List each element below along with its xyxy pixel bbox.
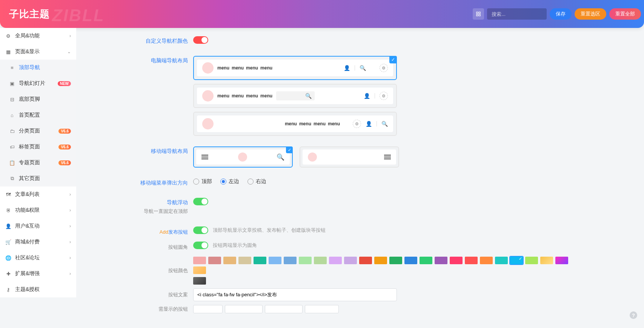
sidebar-item-global[interactable]: ⚙全局&功能› (0, 28, 76, 44)
user-icon: 👤 (366, 121, 372, 127)
mobile-nav-layout-label: 移动端导航布局 (88, 146, 193, 168)
display-btn-box[interactable] (265, 305, 303, 313)
header: 子比主题 ZIBLL 保存 重置选区 重置全部 (0, 0, 644, 28)
shield-icon: ⛨ (5, 208, 11, 213)
color-swatch[interactable] (254, 257, 266, 264)
expand-icon-button[interactable] (473, 8, 484, 20)
save-button[interactable]: 保存 (550, 8, 572, 20)
color-swatch[interactable] (269, 257, 281, 264)
btn-text-input[interactable] (193, 288, 397, 301)
color-swatch[interactable] (404, 257, 417, 264)
display-btn-options (193, 305, 339, 313)
chevron-right-icon: › (69, 208, 71, 213)
sidebar-item-footer[interactable]: ⊟底部页脚 (0, 91, 76, 107)
version-badge: V6.6 (58, 160, 71, 165)
color-swatch[interactable] (344, 257, 357, 264)
color-swatch[interactable] (223, 257, 236, 264)
radio-left[interactable]: 左边 (220, 178, 239, 185)
sidebar-item-community[interactable]: 🌐社区&论坛› (0, 250, 76, 266)
globe-icon: 🌐 (5, 255, 11, 261)
sidebar-item-slideshow[interactable]: ▣导航幻灯片NEW (0, 75, 76, 91)
btn-rounded-hint: 按钮两端显示为圆角 (213, 242, 257, 249)
display-btn-box[interactable] (305, 305, 339, 313)
color-swatch[interactable] (374, 257, 387, 264)
color-swatch[interactable] (495, 257, 508, 264)
pc-layout-option-2[interactable]: menumenumenumenu 🔍 👤⚙ (193, 84, 397, 108)
color-swatch[interactable] (510, 257, 523, 264)
nav-float-switch[interactable] (193, 198, 208, 205)
sidebar-item-extensions[interactable]: ✚扩展&增强› (0, 266, 76, 282)
color-swatch[interactable] (208, 257, 221, 264)
color-swatch[interactable] (450, 257, 463, 264)
sidebar-item-articles[interactable]: 🗺文章&列表› (0, 186, 76, 202)
new-badge: NEW (58, 81, 71, 86)
add-publish-switch[interactable] (193, 226, 208, 234)
reset-section-button[interactable]: 重置选区 (575, 8, 606, 20)
puzzle-icon: ✚ (5, 271, 11, 277)
sidebar-item-category[interactable]: 🗀分类页面V6.6 (0, 123, 76, 139)
sidebar: ⚙全局&功能› ▦页面&显示⌄ ≡顶部导航 ▣导航幻灯片NEW ⊟底部页脚 ⌂首… (0, 28, 76, 325)
layout-search-box: 🔍 (276, 91, 315, 100)
sidebar-item-users[interactable]: 👤用户&互动› (0, 218, 76, 234)
color-swatch[interactable] (540, 257, 553, 264)
color-swatch[interactable] (555, 257, 568, 264)
color-swatch[interactable] (284, 257, 297, 264)
search-input[interactable] (487, 8, 547, 20)
color-swatch[interactable] (420, 257, 432, 264)
pc-layout-option-3[interactable]: menumenumenumenu ⚙👤🔍 (193, 112, 397, 136)
pc-layout-option-1[interactable]: menumenumenumenu 👤🔍⚙ (193, 56, 397, 80)
color-swatch[interactable] (525, 257, 538, 264)
chevron-right-icon: › (69, 223, 71, 229)
search-icon: 🔍 (277, 153, 284, 161)
color-swatch[interactable] (465, 257, 478, 264)
display-btn-box[interactable] (193, 305, 223, 313)
color-swatch[interactable] (389, 257, 402, 264)
custom-nav-color-switch[interactable] (193, 36, 208, 44)
chevron-right-icon: › (69, 255, 71, 260)
color-swatch[interactable] (299, 257, 312, 264)
radio-top[interactable]: 顶部 (193, 178, 212, 185)
image-icon: ▣ (9, 81, 15, 86)
content: 自定义导航栏颜色 电脑端导航布局 menumenumenumenu 👤🔍⚙ (76, 28, 644, 325)
sidebar-item-other[interactable]: ⧉其它页面 (0, 171, 76, 186)
user-icon: 👤 (5, 223, 11, 229)
layout-logo (202, 118, 214, 129)
color-swatch[interactable] (193, 266, 206, 274)
chevron-right-icon: › (69, 239, 71, 245)
display-btn-box[interactable] (225, 305, 263, 313)
copy-icon: ⧉ (9, 176, 15, 182)
sidebar-item-features[interactable]: ⛨功能&权限› (0, 202, 76, 218)
reset-all-button[interactable]: 重置全部 (609, 8, 641, 20)
color-swatch[interactable] (314, 257, 327, 264)
color-swatch[interactable] (193, 257, 206, 264)
btn-rounded-switch[interactable] (193, 242, 208, 249)
sidebar-item-home[interactable]: ⌂首页配置 (0, 107, 76, 123)
cart-icon: 🛒 (5, 239, 11, 245)
color-swatch[interactable] (480, 257, 493, 264)
color-swatch[interactable] (238, 257, 251, 264)
sidebar-item-mall[interactable]: 🛒商城&付费› (0, 234, 76, 250)
mobile-logo (308, 152, 317, 162)
color-swatch[interactable] (329, 257, 342, 264)
sidebar-item-license[interactable]: ⚷主题&授权 (0, 282, 76, 297)
color-swatch[interactable] (359, 257, 372, 264)
gear-icon: ⚙ (5, 33, 11, 39)
nav-float-label: 导航浮动 导航一直固定在顶部 (88, 198, 193, 216)
footer-icon: ⊟ (9, 97, 15, 102)
btn-color-label: 按钮颜色 (88, 267, 193, 274)
svg-rect-2 (476, 14, 478, 16)
svg-rect-1 (479, 12, 480, 14)
sidebar-item-topic[interactable]: 📋专题页面V6.6 (0, 155, 76, 171)
color-swatch[interactable] (435, 257, 447, 264)
sidebar-item-tag[interactable]: 🏷标签页面V6.6 (0, 139, 76, 155)
user-icon: 👤 (364, 93, 370, 99)
mobile-layout-option-2[interactable] (300, 146, 399, 168)
help-button[interactable]: ? (630, 311, 637, 319)
layout-icon: ▦ (5, 49, 11, 55)
mobile-layout-option-1[interactable]: 🔍 (193, 146, 293, 168)
radio-right[interactable]: 右边 (247, 178, 266, 185)
sidebar-item-page-display[interactable]: ▦页面&显示⌄ (0, 44, 76, 60)
color-swatch[interactable] (193, 277, 206, 285)
sidebar-item-top-nav[interactable]: ≡顶部导航 (0, 60, 76, 75)
gear-icon: ⚙ (380, 92, 388, 100)
